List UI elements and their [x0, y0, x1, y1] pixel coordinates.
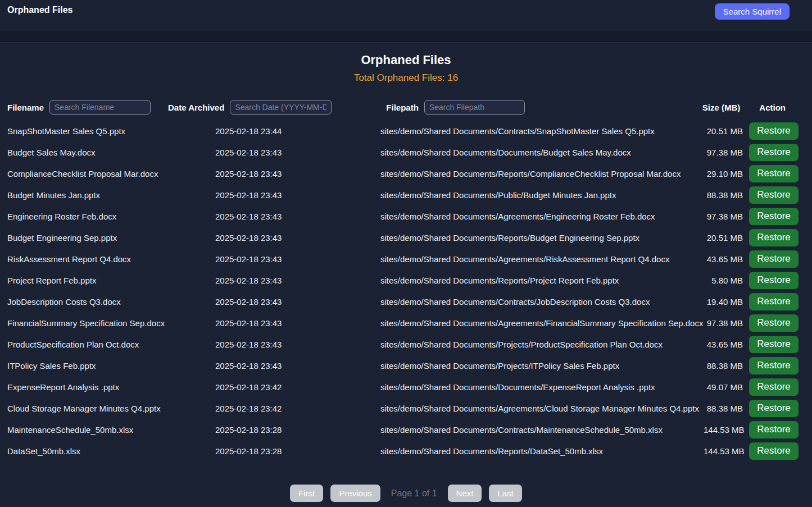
app-title: Orphaned Files [7, 3, 72, 15]
action-cell: Restore [743, 272, 812, 289]
filename-cell: Project Report Feb.pptx [7, 276, 215, 285]
date-archived-cell: 2025-02-18 23:42 [215, 382, 380, 392]
action-cell: Restore [743, 208, 812, 225]
filename-cell: SnapShotMaster Sales Q5.pptx [7, 126, 215, 136]
action-cell: Restore [743, 186, 812, 204]
table-row: Budget Sales May.docx 2025-02-18 23:43 s… [0, 141, 812, 163]
filename-cell: ITPolicy Sales Feb.pptx [7, 361, 215, 371]
size-column-header: Size (MB) [702, 103, 741, 112]
size-cell: 19.40 MB [704, 297, 743, 307]
restore-button[interactable]: Restore [749, 208, 799, 225]
filename-search-input[interactable] [49, 100, 151, 115]
restore-button[interactable]: Restore [749, 314, 799, 332]
filepath-cell: sites/demo/Shared Documents/Documents/Bu… [380, 148, 704, 157]
filename-cell: Budget Engineering Sep.pptx [7, 233, 215, 243]
action-cell: Restore [743, 336, 812, 353]
restore-button[interactable]: Restore [749, 272, 799, 289]
restore-button[interactable]: Restore [749, 144, 799, 161]
table-filter-row: Filename Date Archived Filepath Size (MB… [0, 98, 812, 116]
restore-button[interactable]: Restore [749, 357, 799, 374]
previous-page-button[interactable]: Previous [330, 485, 380, 502]
table-row: ExpenseReport Analysis .pptx 2025-02-18 … [0, 376, 812, 398]
date-archived-cell: 2025-02-18 23:43 [215, 254, 380, 264]
table-row: MaintenanceSchedule_50mb.xlsx 2025-02-18… [0, 419, 812, 440]
filepath-cell: sites/demo/Shared Documents/Agreements/C… [380, 404, 704, 413]
date-archived-cell: 2025-02-18 23:28 [215, 425, 380, 435]
filename-cell: ExpenseReport Analysis .pptx [7, 382, 215, 392]
filename-cell: ComplianceChecklist Proposal Mar.docx [7, 169, 215, 179]
page-heading: Orphaned Files Total Orphaned Files: 16 [0, 53, 812, 84]
page-info: Page 1 of 1 [391, 488, 437, 499]
restore-button[interactable]: Restore [749, 421, 799, 439]
filepath-cell: sites/demo/Shared Documents/Contracts/Ma… [380, 425, 704, 435]
restore-button[interactable]: Restore [749, 442, 799, 460]
date-archived-cell: 2025-02-18 23:43 [215, 318, 380, 328]
table-row: Engineering Roster Feb.docx 2025-02-18 2… [0, 205, 812, 227]
filename-cell: Cloud Storage Manager Minutes Q4.pptx [7, 404, 215, 413]
size-cell: 144.53 MB [704, 446, 743, 456]
action-cell: Restore [743, 144, 812, 161]
action-cell: Restore [743, 421, 812, 439]
action-cell: Restore [743, 122, 812, 140]
action-cell: Restore [743, 250, 812, 268]
filepath-cell: sites/demo/Shared Documents/Projects/ITP… [380, 361, 704, 371]
filepath-cell: sites/demo/Shared Documents/Contracts/Sn… [380, 126, 704, 136]
filepath-cell: sites/demo/Shared Documents/Projects/Pro… [380, 340, 704, 349]
table-row: RiskAssessment Report Q4.docx 2025-02-18… [0, 248, 812, 270]
top-navbar: Orphaned Files Search Squirrel [0, 0, 812, 31]
filename-cell: ProductSpecification Plan Oct.docx [7, 340, 215, 349]
restore-button[interactable]: Restore [749, 293, 799, 310]
date-archived-cell: 2025-02-18 23:43 [215, 361, 380, 371]
filepath-search-input[interactable] [424, 100, 525, 115]
last-page-button[interactable]: Last [489, 485, 521, 502]
first-page-button[interactable]: First [290, 485, 323, 502]
next-page-button[interactable]: Next [448, 485, 482, 502]
restore-button[interactable]: Restore [749, 336, 799, 353]
table-row: ITPolicy Sales Feb.pptx 2025-02-18 23:43… [0, 355, 812, 376]
filepath-cell: sites/demo/Shared Documents/Reports/Data… [380, 446, 704, 456]
table-row: Budget Engineering Sep.pptx 2025-02-18 2… [0, 227, 812, 248]
table-row: SnapShotMaster Sales Q5.pptx 2025-02-18 … [0, 120, 812, 141]
date-archived-cell: 2025-02-18 23:43 [215, 297, 380, 307]
filepath-cell: sites/demo/Shared Documents/Agreements/R… [380, 254, 704, 264]
size-cell: 88.38 MB [704, 404, 743, 413]
page-title: Orphaned Files [0, 53, 812, 67]
action-cell: Restore [743, 400, 812, 417]
filename-cell: MaintenanceSchedule_50mb.xlsx [7, 425, 215, 435]
filename-column-header: Filename [7, 103, 44, 112]
action-cell: Restore [743, 165, 812, 182]
size-cell: 88.38 MB [704, 361, 743, 371]
filepath-cell: sites/demo/Shared Documents/Agreements/E… [380, 212, 704, 221]
restore-button[interactable]: Restore [749, 186, 799, 204]
filepath-cell: sites/demo/Shared Documents/Reports/Proj… [380, 276, 704, 285]
restore-button[interactable]: Restore [749, 165, 799, 182]
date-search-input[interactable] [230, 100, 332, 115]
date-archived-column-header: Date Archived [168, 103, 224, 112]
restore-button[interactable]: Restore [749, 378, 799, 396]
total-files-count: Total Orphaned Files: 16 [0, 72, 812, 84]
filepath-cell: sites/demo/Shared Documents/Reports/Budg… [380, 233, 704, 243]
size-cell: 20.51 MB [704, 233, 743, 243]
date-archived-cell: 2025-02-18 23:44 [215, 126, 380, 136]
date-archived-cell: 2025-02-18 23:43 [215, 190, 380, 200]
search-squirrel-button[interactable]: Search Squirrel [715, 3, 790, 20]
action-cell: Restore [743, 378, 812, 396]
size-cell: 97.38 MB [704, 318, 743, 328]
action-cell: Restore [743, 229, 812, 246]
filename-cell: Budget Sales May.docx [7, 148, 215, 157]
action-cell: Restore [743, 314, 812, 332]
table-row: Cloud Storage Manager Minutes Q4.pptx 20… [0, 398, 812, 419]
size-cell: 5.80 MB [704, 276, 743, 285]
table-row: ComplianceChecklist Proposal Mar.docx 20… [0, 163, 812, 184]
restore-button[interactable]: Restore [749, 250, 799, 268]
restore-button[interactable]: Restore [749, 229, 799, 246]
filepath-cell: sites/demo/Shared Documents/Public/Budge… [380, 190, 704, 200]
restore-button[interactable]: Restore [749, 400, 799, 417]
size-cell: 49.07 MB [704, 382, 743, 392]
size-cell: 29.10 MB [704, 169, 743, 179]
date-archived-cell: 2025-02-18 23:43 [215, 276, 380, 285]
restore-button[interactable]: Restore [749, 122, 799, 140]
filename-cell: JobDescription Costs Q3.docx [7, 297, 215, 307]
size-cell: 144.53 MB [704, 425, 743, 435]
filename-cell: Budget Minutes Jan.pptx [7, 190, 215, 200]
